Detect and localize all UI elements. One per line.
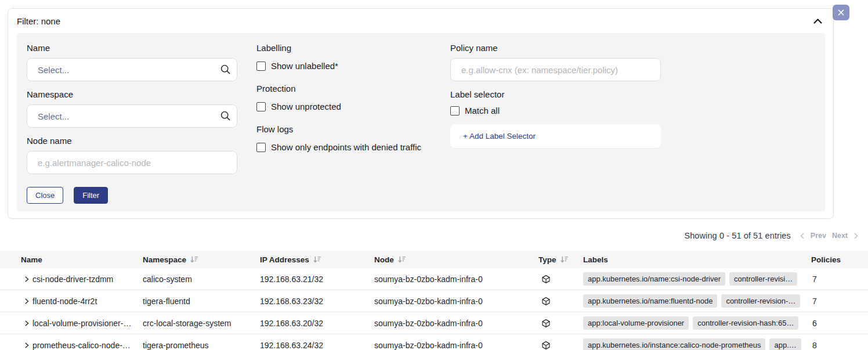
- filter-panel: Filter: none Name Namespace: [8, 8, 834, 219]
- chevron-right-icon[interactable]: [853, 233, 859, 239]
- table-header-row: Name Namespace IP Addresses Node Type La…: [0, 251, 868, 268]
- endpoint-name: prometheus-calico-node-…: [32, 341, 143, 350]
- table-row[interactable]: csi-node-driver-tzdmm calico-system 192.…: [0, 268, 868, 290]
- table-row[interactable]: prometheus-calico-node-… tigera-promethe…: [0, 334, 868, 350]
- column-label: Policies: [811, 255, 841, 264]
- chevron-left-icon[interactable]: [800, 233, 805, 239]
- expand-chevron-icon[interactable]: [21, 276, 32, 283]
- label-badge: app.kubernetes.io/name:fluentd-node: [583, 294, 717, 308]
- column-label: Type: [538, 255, 556, 264]
- pagination-summary: Showing 0 - 51 of 51 entries: [684, 231, 790, 240]
- match-all-checkbox-row[interactable]: Match all: [450, 106, 661, 116]
- show-unlabelled-label: Show unlabelled*: [271, 61, 338, 71]
- sort-icon: [560, 255, 569, 264]
- endpoint-ip: 192.168.63.23/32: [260, 297, 374, 306]
- labelling-section-label: Labelling: [256, 43, 431, 53]
- denied-traffic-label: Show only endpoints with denied traffic: [271, 142, 421, 152]
- labels-cell: app.kubernetes.io/instance:calico-node-p…: [583, 338, 811, 350]
- policy-name-input[interactable]: [450, 58, 661, 81]
- close-icon[interactable]: [833, 5, 849, 20]
- column-label: Labels: [583, 255, 608, 264]
- workload-cube-icon: [538, 297, 583, 306]
- policy-name-input-wrap: [450, 58, 661, 81]
- endpoint-namespace: tigera-prometheus: [143, 341, 260, 350]
- pager-controls: Prev Next: [800, 232, 859, 240]
- workload-cube-icon: [538, 275, 583, 284]
- add-label-selector-button[interactable]: + Add Label Selector: [450, 124, 661, 148]
- column-header-ip-addresses[interactable]: IP Addresses: [260, 255, 374, 264]
- name-select-input[interactable]: [27, 58, 237, 81]
- workload-cube-icon: [538, 341, 583, 350]
- policies-count: 7: [811, 275, 868, 284]
- endpoint-name: fluentd-node-4rr2t: [32, 297, 143, 306]
- table-row[interactable]: local-volume-provisioner-… crc-local-sto…: [0, 312, 868, 334]
- close-button[interactable]: Close: [27, 187, 63, 204]
- endpoint-ip: 192.168.63.21/32: [260, 275, 374, 284]
- column-header-node[interactable]: Node: [374, 255, 538, 264]
- name-select-wrap: [27, 58, 237, 81]
- label-badge: app:local-volume-provisioner: [583, 316, 689, 330]
- show-unlabelled-checkbox-row[interactable]: Show unlabelled*: [256, 61, 431, 71]
- labels-cell: app:local-volume-provisioner controller-…: [583, 316, 811, 330]
- endpoint-node: soumya-bz-0zbo-kadm-infra-0: [374, 297, 538, 306]
- match-all-label: Match all: [465, 106, 500, 116]
- filter-form: Name Namespace Node name: [17, 33, 825, 211]
- endpoint-namespace: calico-system: [143, 275, 260, 284]
- label-badge: controller-revision-…: [721, 294, 800, 308]
- search-icon: [220, 110, 231, 124]
- namespace-select-wrap: [27, 104, 237, 128]
- policy-name-field-label: Policy name: [450, 43, 661, 53]
- workload-cube-icon: [538, 319, 583, 328]
- node-name-input-wrap: [27, 151, 237, 174]
- label-badge: controller-revisi…: [729, 272, 797, 286]
- endpoint-namespace: crc-local-storage-system: [143, 319, 260, 328]
- namespace-select-input[interactable]: [27, 104, 237, 128]
- endpoint-name: local-volume-provisioner-…: [32, 319, 143, 328]
- label-badge: controller-revision-hash:65…: [693, 316, 798, 330]
- show-unprotected-checkbox[interactable]: [256, 102, 266, 111]
- endpoints-page: Filter: none Name Namespace: [0, 0, 868, 350]
- match-all-checkbox[interactable]: [450, 106, 460, 116]
- namespace-field-label: Namespace: [27, 89, 237, 99]
- policies-count: 6: [811, 319, 868, 328]
- next-button[interactable]: Next: [832, 232, 848, 240]
- sort-icon: [397, 255, 406, 264]
- column-header-labels: Labels: [583, 255, 811, 264]
- column-label: Node: [374, 255, 394, 264]
- filter-panel-header: Filter: none: [8, 9, 833, 33]
- denied-traffic-checkbox[interactable]: [256, 143, 266, 152]
- column-label: IP Addresses: [260, 255, 309, 264]
- denied-traffic-checkbox-row[interactable]: Show only endpoints with denied traffic: [256, 142, 431, 152]
- labels-cell: app.kubernetes.io/name:fluentd-node cont…: [583, 294, 811, 308]
- column-header-name[interactable]: Name: [21, 255, 143, 264]
- expand-chevron-icon[interactable]: [21, 320, 32, 327]
- filter-actions: Close Filter: [27, 187, 237, 204]
- show-unprotected-checkbox-row[interactable]: Show unprotected: [256, 102, 431, 111]
- endpoint-node: soumya-bz-0zbo-kadm-infra-0: [374, 275, 538, 284]
- column-header-namespace[interactable]: Namespace: [143, 255, 260, 264]
- expand-chevron-icon[interactable]: [21, 298, 32, 305]
- filter-col-middle: Labelling Show unlabelled* Protection Sh…: [256, 43, 431, 204]
- column-label: Name: [21, 255, 42, 264]
- filter-col-right: Policy name Label selector Match all + A…: [450, 43, 661, 204]
- column-header-type[interactable]: Type: [538, 255, 583, 264]
- table-row[interactable]: fluentd-node-4rr2t tigera-fluentd 192.16…: [0, 290, 868, 312]
- prev-button[interactable]: Prev: [811, 232, 826, 240]
- label-badge: app.…: [769, 338, 801, 350]
- filter-title: Filter: none: [17, 16, 60, 26]
- show-unprotected-label: Show unprotected: [271, 102, 341, 111]
- sort-icon: [190, 255, 198, 264]
- endpoint-node: soumya-bz-0zbo-kadm-infra-0: [374, 341, 538, 350]
- pagination-bar: Showing 0 - 51 of 51 entries Prev Next: [684, 231, 859, 240]
- chevron-up-icon[interactable]: [810, 13, 825, 28]
- column-header-policies: Policies: [811, 255, 868, 264]
- expand-chevron-icon[interactable]: [21, 342, 32, 349]
- protection-section-label: Protection: [256, 84, 431, 93]
- column-label: Namespace: [143, 255, 186, 264]
- node-name-input[interactable]: [27, 151, 237, 174]
- filter-button[interactable]: Filter: [74, 187, 108, 204]
- policies-count: 7: [811, 297, 868, 306]
- show-unlabelled-checkbox[interactable]: [256, 62, 266, 71]
- endpoints-table: Name Namespace IP Addresses Node Type La…: [0, 251, 868, 350]
- endpoint-node: soumya-bz-0zbo-kadm-infra-0: [374, 319, 538, 328]
